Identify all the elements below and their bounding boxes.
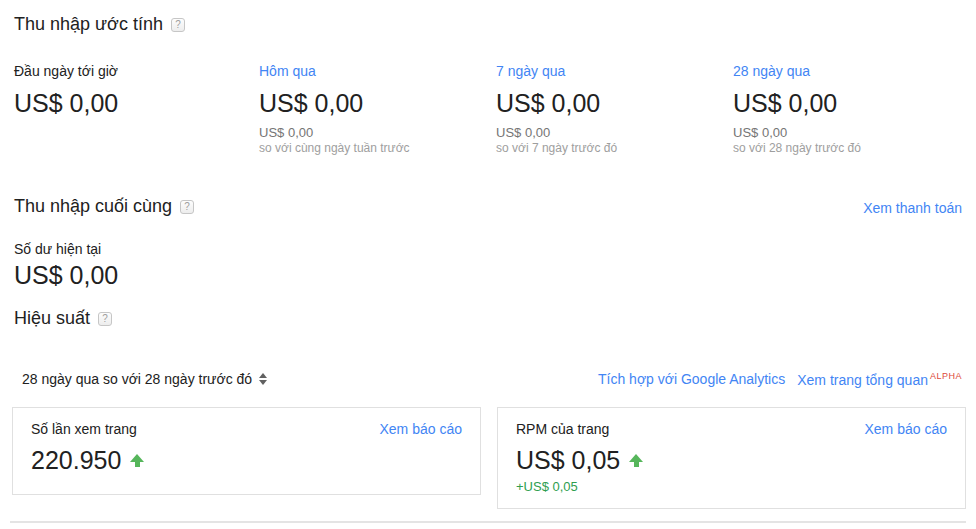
finalized-earnings-title-text: Thu nhập cuối cùng [14,196,172,217]
estimated-earnings-section-title: Thu nhập ước tính ? [14,14,185,35]
date-range-selector-label: 28 ngày qua so với 28 ngày trước đó [22,371,252,387]
overview-link-wrap: Xem trang tổng quanALPHA [797,371,962,388]
performance-section-title: Hiệu suất ? [14,308,112,329]
estimated-column-yesterday: Hôm qua US$ 0,00 US$ 0,00 so với cùng ng… [259,63,489,155]
column-label-link[interactable]: Hôm qua [259,63,489,80]
help-icon[interactable]: ? [171,18,185,32]
overview-link[interactable]: Xem trang tổng quan [797,372,928,388]
adsense-home-page: Thu nhập ước tính ? Đầu ngày tới giờ US$… [0,0,976,529]
column-value: US$ 0,00 [259,89,489,118]
column-compare-label: so với 7 ngày trước đó [496,141,726,155]
column-value: US$ 0,00 [733,89,963,118]
performance-links: Tích hợp với Google Analytics Xem trang … [598,371,962,388]
rpm-delta: +US$ 0,05 [516,479,947,494]
view-report-link[interactable]: Xem báo cáo [865,421,948,437]
estimated-earnings-title-text: Thu nhập ước tính [14,14,163,35]
rpm-value: US$ 0,05 [516,446,620,475]
column-compare-value: US$ 0,00 [496,125,726,140]
google-analytics-link[interactable]: Tích hợp với Google Analytics [598,371,785,387]
estimated-column-today: Đầu ngày tới giờ US$ 0,00 [14,63,244,118]
help-icon[interactable]: ? [98,312,112,326]
view-report-link[interactable]: Xem báo cáo [380,421,463,437]
performance-title-text: Hiệu suất [14,308,90,329]
current-balance-label: Số dư hiện tại [14,241,101,257]
pageviews-card-label: Số lần xem trang [31,421,137,437]
trend-up-icon [130,454,144,467]
column-label-link[interactable]: 7 ngày qua [496,63,726,80]
help-icon[interactable]: ? [180,200,194,214]
pageviews-value: 220.950 [31,446,121,475]
date-range-selector[interactable]: 28 ngày qua so với 28 ngày trước đó [22,371,267,387]
column-value: US$ 0,00 [14,89,244,118]
trend-up-icon [629,454,643,467]
finalized-earnings-section-title: Thu nhập cuối cùng ? [14,196,194,217]
rpm-card: RPM của trang Xem báo cáo US$ 0,05 +US$ … [497,407,966,509]
alpha-badge: ALPHA [930,371,962,381]
view-payments-link[interactable]: Xem thanh toán [863,200,962,216]
estimated-column-7days: 7 ngày qua US$ 0,00 US$ 0,00 so với 7 ng… [496,63,726,155]
column-label-link[interactable]: 28 ngày qua [733,63,963,80]
column-label: Đầu ngày tới giờ [14,63,244,80]
column-compare-value: US$ 0,00 [733,125,963,140]
bottom-divider [10,521,966,523]
chevron-updown-icon [259,373,267,385]
pageviews-card: Số lần xem trang Xem báo cáo 220.950 [12,407,481,495]
column-value: US$ 0,00 [496,89,726,118]
estimated-column-28days: 28 ngày qua US$ 0,00 US$ 0,00 so với 28 … [733,63,963,155]
column-compare-value: US$ 0,00 [259,125,489,140]
column-compare-label: so với 28 ngày trước đó [733,141,963,155]
rpm-card-label: RPM của trang [516,421,609,437]
column-compare-label: so với cùng ngày tuần trước [259,141,489,155]
current-balance-value: US$ 0,00 [14,261,118,290]
